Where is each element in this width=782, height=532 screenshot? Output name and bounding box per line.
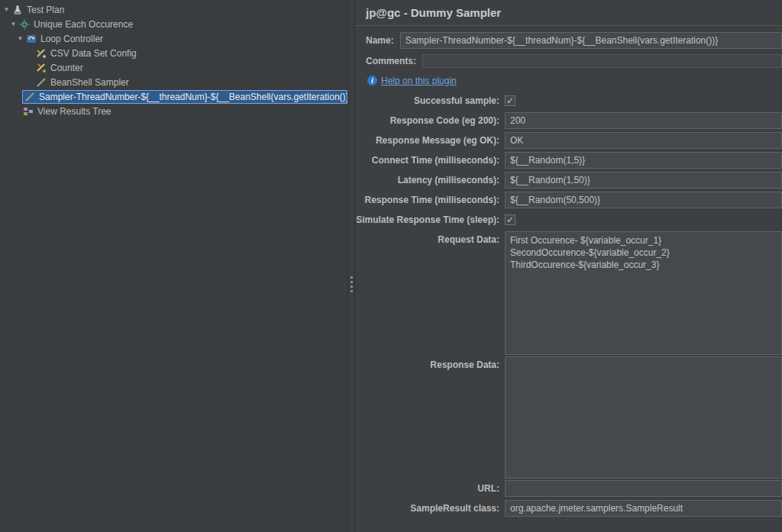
tree-item-csv-data-set-config[interactable]: CSV Data Set Config (0, 46, 347, 60)
tree-item-label: Test Plan (27, 5, 64, 15)
connect-time-label: Connect Time (milliseconds): (355, 155, 505, 166)
expand-arrow-icon[interactable]: ▼ (8, 21, 18, 27)
comments-input[interactable] (422, 54, 782, 68)
request-data-textarea[interactable]: First Occurence- ${variable_occur_1} Sec… (505, 231, 782, 355)
dummy-sampler-editor: jp@gc - Dummy Sampler Name: Comments: i … (355, 0, 782, 532)
tree-item-label: CSV Data Set Config (50, 48, 137, 59)
response-code-label: Response Code (eg 200): (355, 115, 505, 126)
tree-item-label: Sampler-ThreadNumber-${__threadNum}-${__… (39, 92, 347, 102)
sampleresult-class-row: SampleResult class: (355, 498, 782, 518)
response-time-row: Response Time (milliseconds): (355, 190, 782, 210)
test-plan-tree: ▼ Test Plan ▼ Unique Each Occurence ▼ Lo… (0, 0, 348, 532)
test-plan-icon (11, 5, 24, 15)
csv-data-set-icon (35, 48, 47, 59)
comments-row: Comments: (366, 53, 782, 69)
splitter-grip-icon (351, 281, 353, 283)
tree-item-unique-each-occurence[interactable]: ▼ Unique Each Occurence (0, 17, 347, 31)
thread-group-icon (18, 19, 31, 30)
comments-label: Comments: (366, 56, 416, 66)
tree-item-loop-controller[interactable]: ▼ Loop Controller (0, 31, 347, 46)
response-message-row: Response Message (eg OK): (355, 131, 782, 150)
sampler-form: Successful sample: ✓ Response Code (eg 2… (355, 91, 782, 532)
request-data-label: Request Data: (355, 231, 505, 245)
url-row: URL: (355, 479, 782, 498)
latency-label: Latency (milliseconds): (355, 175, 505, 185)
simulate-sleep-row: Simulate Response Time (sleep): ✓ (355, 210, 782, 230)
view-results-tree-icon (22, 106, 34, 117)
url-input[interactable] (505, 480, 782, 497)
response-code-input[interactable] (505, 112, 782, 129)
tree-item-label: BeanShell Sampler (50, 77, 129, 88)
response-data-row: Response Data: (355, 355, 782, 479)
name-input[interactable] (400, 32, 782, 49)
connect-time-input[interactable] (505, 152, 782, 169)
request-data-row: Request Data: First Occurence- ${variabl… (355, 230, 782, 355)
sampleresult-class-input[interactable] (505, 500, 782, 517)
tree-item-label: Unique Each Occurence (34, 19, 133, 30)
page-title: jp@gc - Dummy Sampler (355, 0, 782, 26)
response-time-input[interactable] (505, 192, 782, 208)
dummy-sampler-icon (24, 92, 36, 102)
response-data-textarea[interactable] (505, 356, 782, 479)
response-code-row: Response Code (eg 200): (355, 111, 782, 131)
connect-time-row: Connect Time (milliseconds): (355, 150, 782, 170)
response-data-label: Response Data: (355, 356, 505, 370)
tree-item-counter[interactable]: Counter (0, 60, 347, 75)
simulate-sleep-checkbox[interactable]: ✓ (505, 214, 515, 225)
response-time-label: Response Time (milliseconds): (355, 195, 505, 205)
beanshell-sampler-icon (35, 77, 47, 88)
tree-item-view-results-tree[interactable]: View Results Tree (0, 104, 347, 118)
response-message-input[interactable] (505, 132, 782, 149)
successful-sample-checkbox[interactable]: ✓ (505, 95, 515, 106)
tree-item-label: Counter (50, 63, 83, 73)
tree-item-dummy-sampler-selected[interactable]: Sampler-ThreadNumber-${__threadNum}-${__… (0, 89, 347, 104)
response-message-label: Response Message (eg OK): (355, 135, 505, 146)
tree-item-label: Loop Controller (40, 34, 103, 44)
latency-input[interactable] (505, 172, 782, 189)
expand-arrow-icon[interactable]: ▼ (15, 35, 25, 42)
counter-icon (35, 63, 47, 73)
latency-row: Latency (milliseconds): (355, 170, 782, 190)
tree-item-test-plan[interactable]: ▼ Test Plan (0, 2, 347, 17)
url-label: URL: (355, 483, 505, 494)
help-link[interactable]: Help on this plugin (381, 76, 457, 86)
jmeter-window: ▼ Test Plan ▼ Unique Each Occurence ▼ Lo… (0, 0, 782, 532)
panel-splitter[interactable] (348, 0, 355, 532)
expand-arrow-icon[interactable]: ▼ (2, 6, 11, 13)
successful-sample-label: Successful sample: (355, 95, 505, 106)
selected-item-highlight: Sampler-ThreadNumber-${__threadNum}-${__… (22, 90, 347, 104)
name-label: Name: (366, 35, 394, 46)
simulate-sleep-label: Simulate Response Time (sleep): (355, 214, 505, 225)
loop-controller-icon (25, 34, 37, 44)
tree-item-beanshell-sampler[interactable]: BeanShell Sampler (0, 75, 347, 89)
help-row: i Help on this plugin (367, 74, 782, 87)
tree-item-label: View Results Tree (37, 106, 111, 117)
name-row: Name: (366, 31, 782, 50)
sampleresult-class-label: SampleResult class: (355, 503, 505, 514)
info-icon: i (367, 76, 377, 85)
successful-sample-row: Successful sample: ✓ (355, 91, 782, 111)
